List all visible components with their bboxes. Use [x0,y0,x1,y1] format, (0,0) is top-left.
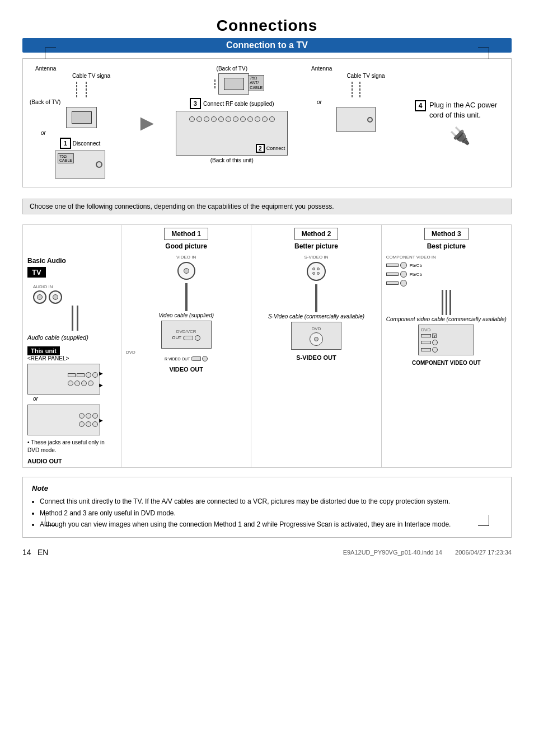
step1-badge: 1 [60,138,71,149]
cable-tv-row2: Cable TV signa [327,73,385,79]
antenna-label2: Antenna [311,65,332,72]
note-list: Connect this unit directly to the TV. If… [32,496,502,530]
rear-panel-box2: ► [27,405,100,435]
component-out-jacks: Y [421,334,438,353]
video-in-jack1 [177,262,195,280]
tv-label: TV [27,267,46,278]
step3-badge: 3 [190,98,201,109]
note-item-3: Although you can view images when using … [40,519,502,530]
connect2-label: Connect [266,145,285,151]
section-header: Connection to a TV [22,38,512,53]
note-item-1: Connect this unit directly to the TV. If… [40,496,502,507]
note-section: Note Connect this unit directly to the T… [22,477,512,537]
choose-banner: Choose one of the following connections,… [22,199,512,214]
page-number-section: 14 EN [22,548,48,557]
rear-panel-label: <REAR PANEL> [27,355,116,361]
page-title: Connections [22,17,512,35]
plug-text: Plug in the AC power cord of this unit. [429,100,504,120]
unit-back-box1: DVD/VCR OUT [161,321,212,349]
jacks-note: • These jacks are useful only in DVD mod… [27,439,116,454]
component-cable-label: Component video cable (commercially avai… [386,316,507,322]
back-of-unit-label: (Back of this unit) [210,157,254,163]
step4-badge: 4 [415,100,426,111]
jacks-note-text: These jacks are useful only in DVD mode. [27,439,105,453]
svideo-out-label: S-VIDEO OUT [296,354,336,361]
middle-diagram: (Back of TV) 75ΩANT/CABLE 3 Connect RF c… [164,65,300,180]
unit-rear-diagram: 2 Connect [176,111,288,156]
method2-badge: Method 2 [294,228,339,240]
unit-icon2 [336,107,376,132]
video-cable-label: Video cable (supplied) [158,312,214,318]
connect-rf-label: Connect RF cable (supplied) [203,101,274,107]
bullet: • [27,439,30,445]
component-cables [442,290,451,315]
tv-icon1 [66,107,97,128]
or-label2: or [317,99,322,105]
back-of-tv-label2: (Back of TV) [217,65,247,72]
method-columns: Method 1 Good picture VIDEO IN Video cab… [121,225,511,467]
method3-quality: Best picture [427,242,466,250]
or-divider: or [33,396,38,402]
method2-quality: Better picture [294,242,338,250]
cable-tv-row1: Cable TV signa [50,73,110,79]
footer-file-text: E9A12UD_PY90VG_p01-40.indd 14 [343,549,442,556]
or-label1: or [41,130,46,136]
method1-col: Method 1 Good picture VIDEO IN Video cab… [121,225,251,467]
this-unit-label: This unit [27,346,60,355]
back-of-tv-label1: (Back of TV) [30,99,60,105]
footer-file: E9A12UD_PY90VG_p01-40.indd 14 2006/04/27… [343,549,512,556]
cable-tv-label2: Cable TV signa [346,73,385,79]
note-title: Note [32,484,502,492]
method3-badge: Method 3 [424,228,469,240]
arrow-icon1: ► [133,65,161,180]
page-footer: 14 EN E9A12UD_PY90VG_p01-40.indd 14 2006… [22,548,512,557]
connection-diagram: Antenna Cable TV signa [22,58,512,187]
method1-badge: Method 1 [164,228,208,240]
note-item-2: Method 2 and 3 are only useful in DVD mo… [40,508,502,519]
svideo-out-port [310,332,323,346]
audio-cable-label: Audio cable (supplied) [27,334,116,342]
component-out-label: COMPONENT VIDEO OUT [412,360,481,366]
svideo-cable-label: S-Video cable (commercially available) [268,313,364,320]
basic-audio-label: Basic Audio [27,257,116,265]
component-in-jacks: Pb/Cb Pb/Cb [386,262,422,287]
tv-icon2: 75ΩANT/CABLE [218,73,249,95]
antenna-label1: Antenna [35,65,56,72]
step2-badge: 2 [256,144,265,153]
methods-container: Basic Audio TV AUDIO IN Audio cable (sup… [22,224,512,468]
page-lang: EN [38,548,48,557]
video-out-label: VIDEO OUT [169,366,203,373]
video-cable-line [185,283,188,311]
power-plug-icon: 🔌 [449,126,470,145]
tv-audio-visual: AUDIO IN [33,284,116,332]
left-diagram: Antenna Cable TV signa [30,65,130,180]
unit-icon1: 75ΩCABLE [55,151,105,179]
method1-quality: Good picture [165,242,207,250]
unit-back-box2: DVD [291,322,341,350]
s-video-in-jack [307,262,326,281]
cable-tv-label1: Cable TV signa [72,73,110,79]
rear-panel-box: ► ► [27,364,100,395]
method3-col: Method 3 Best picture COMPONENT VIDEO IN… [381,225,511,467]
right-antenna-section: Antenna Cable TV signa [306,65,406,180]
footer-date: 2006/04/27 17:23:34 [455,549,512,556]
disconnect-label: Disconnect [73,140,100,147]
audio-out-label: AUDIO OUT [27,458,62,464]
step4-section: 4 Plug in the AC power cord of this unit… [409,65,504,180]
unit-back-box3: DVD Y [418,325,474,355]
method2-col: Method 2 Better picture S-VIDEO IN S-Vid… [251,225,381,467]
dvd-out-label1: DVD [126,350,135,355]
dvd-out-jacks1: R VIDEO OUT [165,356,208,361]
svideo-cable-line [315,284,317,312]
label-column: Basic Audio TV AUDIO IN Audio cable (sup… [23,225,121,467]
page-number: 14 [22,548,31,557]
this-unit-section: This unit <REAR PANEL> [27,346,116,361]
